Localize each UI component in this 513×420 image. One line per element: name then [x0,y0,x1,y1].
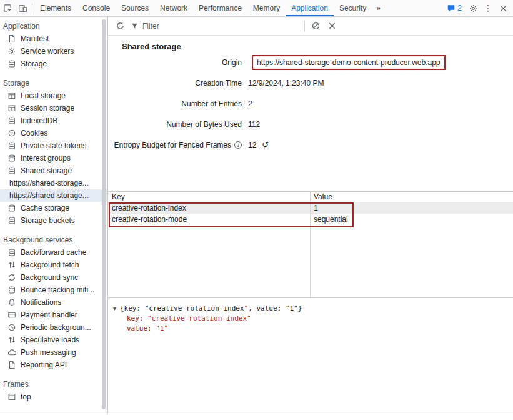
sidebar-scrollbar[interactable] [102,19,106,409]
sidebar-item-push-messaging[interactable]: Push messaging [0,346,107,359]
grid-row-creative-rotation-index[interactable]: creative-rotation-index 1 [108,202,513,214]
frame-icon [7,392,16,401]
sidebar-item-indexeddb[interactable]: IndexedDB [0,114,107,127]
sidebar-item-reporting-api[interactable]: Reporting API [0,359,107,371]
tab-application[interactable]: Application [286,0,334,16]
entropy-budget-value: 12 [248,141,256,149]
kebab-menu-icon[interactable]: ⋮ [481,0,496,16]
application-sidebar: Application Manifest Service workers Sto… [0,17,108,414]
sidebar-item-interest-groups[interactable]: Interest groups [0,152,107,164]
database-icon [7,204,16,212]
field-label: Number of Entries [108,99,242,108]
table-icon [7,91,16,100]
bytes-used-value: 112 [248,120,260,129]
document-icon [7,361,16,369]
cookie-icon [7,129,16,138]
preview-entry-key: key: "creative-rotation-index" [112,314,513,324]
grid-row-creative-rotation-mode[interactable]: creative-rotation-mode sequential [108,214,513,225]
sidebar-section-background-services: Background services Back/forward cache B… [0,234,107,371]
up-down-arrows-icon [7,261,16,269]
sidebar-item-shared-storage[interactable]: Shared storage [0,164,107,177]
sidebar-item-cache-storage[interactable]: Cache storage [0,202,107,214]
sidebar-item-notifications[interactable]: Notifications [0,296,107,309]
sidebar-item-top-frame[interactable]: top [0,391,107,403]
grid-column-divider[interactable] [310,192,311,298]
settings-gear-icon[interactable] [466,0,481,16]
tab-sources[interactable]: Sources [116,0,154,16]
section-header-storage: Storage [0,77,107,89]
section-header-background-services: Background services [0,234,107,246]
sidebar-item-speculative-loads[interactable]: Speculative loads [0,334,107,346]
grid-header-row: Key Value [108,192,513,202]
more-tabs-button[interactable]: » [372,0,385,16]
filter-box[interactable] [128,22,302,31]
cell-value: 1 [310,202,513,214]
sidebar-section-application: Application Manifest Service workers Sto… [0,20,107,70]
delete-selected-icon[interactable] [324,18,340,34]
delete-all-icon[interactable] [307,18,324,34]
database-icon [7,116,16,125]
refresh-icon[interactable] [112,18,128,34]
sidebar-item-storage-buckets[interactable]: Storage buckets [0,214,107,227]
tab-network[interactable]: Network [154,0,193,16]
field-label: Entropy Budget for Fenced Frames [114,141,231,149]
sidebar-item-local-storage[interactable]: Local storage [0,89,107,102]
preview-summary-line: ▼{key: "creative-rotation-index", value:… [112,304,513,314]
sidebar-item-service-workers[interactable]: Service workers [0,45,107,58]
devtools-tabbar: Elements Console Sources Network Perform… [0,0,513,17]
tab-performance[interactable]: Performance [193,0,247,16]
cell-key: creative-rotation-index [108,202,310,214]
tab-security[interactable]: Security [334,0,372,16]
metadata-report: Origin https://shared-storage-demo-conte… [108,52,513,155]
toolbar-divider [304,21,305,32]
cell-value: sequential [310,214,513,225]
close-devtools-icon[interactable] [496,0,511,16]
cloud-icon [7,348,16,357]
reset-budget-icon[interactable]: ↺ [262,141,269,149]
sidebar-item-private-state-tokens[interactable]: Private state tokens [0,139,107,152]
panel-content: Shared storage Origin https://shared-sto… [108,36,513,414]
column-header-key[interactable]: Key [108,192,310,202]
database-icon [7,216,16,225]
tab-console[interactable]: Console [77,0,116,16]
column-header-value[interactable]: Value [310,192,513,202]
device-toolbar-icon[interactable] [15,0,30,16]
field-label: Number of Bytes Used [108,120,242,129]
field-number-of-entries: Number of Entries 2 [108,93,513,114]
database-icon [7,154,16,162]
annotation-box-origin: https://shared-storage-demo-content-prod… [252,55,446,70]
sidebar-item-storage[interactable]: Storage [0,58,107,70]
preview-summary: {key: "creative-rotation-index", value: … [120,304,302,312]
sidebar-item-session-storage[interactable]: Session storage [0,102,107,114]
preview-entry-value: value: "1" [112,324,513,334]
sidebar-item-shared-storage-origin-1[interactable]: https://shared-storage... [0,177,107,189]
sidebar-item-payment-handler[interactable]: Payment handler [0,309,107,321]
field-creation-time: Creation Time 12/9/2024, 1:23:40 PM [108,72,513,93]
sidebar-item-periodic-background-sync[interactable]: Periodic backgroun... [0,321,107,334]
clock-icon [7,323,16,332]
sidebar-item-back-forward-cache[interactable]: Back/forward cache [0,246,107,259]
tab-elements[interactable]: Elements [34,0,77,16]
database-icon [7,248,16,257]
up-down-arrows-icon [7,336,16,344]
field-label: Origin [108,58,242,67]
filter-funnel-icon [131,22,139,30]
filter-input[interactable] [142,22,302,31]
issues-counter-button[interactable]: 2 [443,4,466,12]
sidebar-item-background-fetch[interactable]: Background fetch [0,259,107,271]
storage-items-grid: Key Value creative-rotation-index 1 crea… [108,191,513,298]
sidebar-item-bounce-tracking[interactable]: Bounce tracking miti... [0,284,107,296]
panel-toolbar [108,17,513,36]
sidebar-item-shared-storage-origin-2[interactable]: https://shared-storage... [0,189,107,202]
sidebar-item-manifest[interactable]: Manifest [0,32,107,45]
field-entropy-budget: Entropy Budget for Fenced Frames i 12 ↺ [108,134,513,155]
issues-count: 2 [457,4,462,12]
expand-triangle-icon[interactable]: ▼ [112,306,117,312]
creation-time-value: 12/9/2024, 1:23:40 PM [248,79,324,88]
tab-memory[interactable]: Memory [247,0,286,16]
inspect-icon[interactable] [0,0,15,16]
info-icon[interactable]: i [234,141,242,149]
field-bytes-used: Number of Bytes Used 112 [108,114,513,134]
sidebar-item-cookies[interactable]: Cookies [0,127,107,139]
sidebar-item-background-sync[interactable]: Background sync [0,271,107,284]
